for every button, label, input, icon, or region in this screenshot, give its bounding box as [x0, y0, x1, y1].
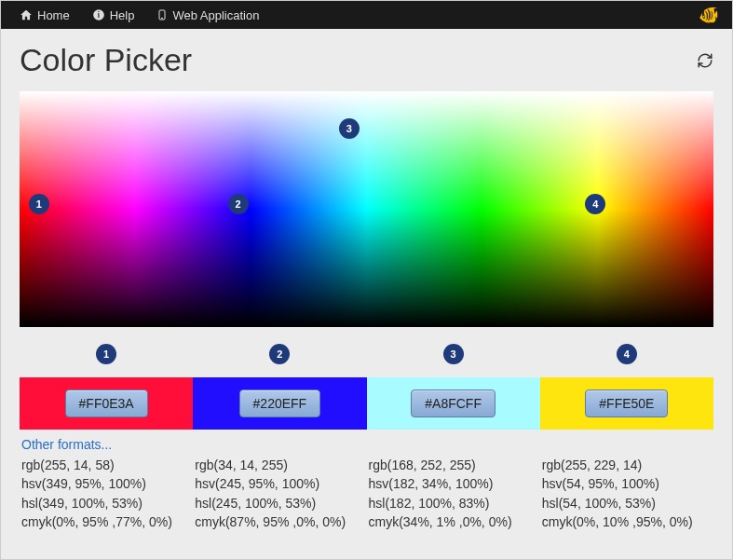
- nav-help-label: Help: [110, 8, 135, 22]
- format-col-4: rgb(255, 229, 14)hsv(54, 95%, 100%)hsl(5…: [540, 456, 713, 531]
- hex-button-2[interactable]: #220EFF: [239, 389, 321, 417]
- gradient-marker-4[interactable]: 4: [585, 194, 605, 214]
- formats-row: rgb(255, 14, 58)hsv(349, 95%, 100%)hsl(3…: [20, 456, 713, 531]
- format-hsl: hsl(349, 100%, 53%): [21, 494, 193, 512]
- nav-home[interactable]: Home: [8, 1, 81, 29]
- hex-button-3[interactable]: #A8FCFF: [411, 389, 495, 417]
- header-row: Color Picker: [20, 42, 713, 78]
- swatch-badge-1: 1: [96, 344, 116, 364]
- format-hsv: hsv(349, 95%, 100%): [21, 474, 193, 493]
- format-cmyk: cmyk(34%, 1% ,0%, 0%): [369, 512, 540, 531]
- hex-button-4[interactable]: #FFE50E: [585, 389, 668, 417]
- gradient-marker-1[interactable]: 1: [29, 194, 49, 214]
- format-rgb: rgb(255, 14, 58): [21, 456, 193, 474]
- format-cmyk: cmyk(0%, 10% ,95%, 0%): [542, 512, 713, 531]
- nav-help[interactable]: i Help: [81, 1, 146, 29]
- gradient-marker-3[interactable]: 3: [339, 118, 360, 139]
- swatch-2: #220EFF: [193, 377, 366, 430]
- refresh-button[interactable]: [697, 52, 713, 69]
- format-cmyk: cmyk(87%, 95% ,0%, 0%): [195, 512, 366, 531]
- swatch-badge-4: 4: [617, 344, 637, 364]
- nav-home-label: Home: [37, 8, 70, 22]
- swatch-badge-2: 2: [269, 344, 290, 364]
- swatch-badge-3: 3: [443, 344, 464, 364]
- format-rgb: rgb(168, 252, 255): [369, 456, 540, 474]
- color-gradient[interactable]: 1234: [20, 91, 713, 327]
- navbar: Home i Help Web Application 🐠: [1, 1, 732, 29]
- phone-icon: [156, 8, 168, 21]
- nav-right: 🐠: [699, 5, 725, 25]
- home-icon: [20, 8, 33, 21]
- other-formats-link[interactable]: Other formats...: [21, 437, 112, 452]
- format-hsv: hsv(54, 95%, 100%): [542, 474, 713, 493]
- content: Color Picker 1234 1234 #FF0E3A#220EFF#A8…: [1, 29, 732, 559]
- gradient-marker-2[interactable]: 2: [228, 194, 249, 214]
- format-hsl: hsl(54, 100%, 53%): [542, 494, 713, 512]
- format-hsl: hsl(182, 100%, 83%): [369, 494, 540, 512]
- fish-icon[interactable]: 🐠: [699, 5, 719, 25]
- swatch-badges-row: 1234: [20, 344, 713, 372]
- swatch-badge-col: 2: [193, 344, 366, 372]
- format-hsv: hsv(182, 34%, 100%): [369, 474, 540, 493]
- format-hsv: hsv(245, 95%, 100%): [195, 474, 366, 493]
- swatches-row: #FF0E3A#220EFF#A8FCFF#FFE50E: [20, 377, 713, 430]
- nav-webapp-label: Web Application: [172, 8, 259, 22]
- format-hsl: hsl(245, 100%, 53%): [195, 494, 366, 512]
- info-icon: i: [92, 8, 105, 21]
- hex-button-1[interactable]: #FF0E3A: [65, 389, 148, 417]
- nav-webapp[interactable]: Web Application: [145, 1, 270, 29]
- format-col-1: rgb(255, 14, 58)hsv(349, 95%, 100%)hsl(3…: [20, 456, 193, 531]
- swatch-badge-col: 4: [540, 344, 713, 372]
- swatch-badge-col: 1: [20, 344, 193, 372]
- format-col-3: rgb(168, 252, 255)hsv(182, 34%, 100%)hsl…: [367, 456, 540, 531]
- format-cmyk: cmyk(0%, 95% ,77%, 0%): [21, 512, 193, 531]
- format-col-2: rgb(34, 14, 255)hsv(245, 95%, 100%)hsl(2…: [193, 456, 366, 531]
- swatch-1: #FF0E3A: [20, 377, 193, 430]
- svg-text:i: i: [98, 11, 100, 20]
- swatch-4: #FFE50E: [540, 377, 713, 430]
- format-rgb: rgb(255, 229, 14): [542, 456, 713, 474]
- format-rgb: rgb(34, 14, 255): [195, 456, 366, 474]
- swatch-3: #A8FCFF: [367, 377, 540, 430]
- swatch-badge-col: 3: [367, 344, 540, 372]
- page-title: Color Picker: [20, 42, 192, 78]
